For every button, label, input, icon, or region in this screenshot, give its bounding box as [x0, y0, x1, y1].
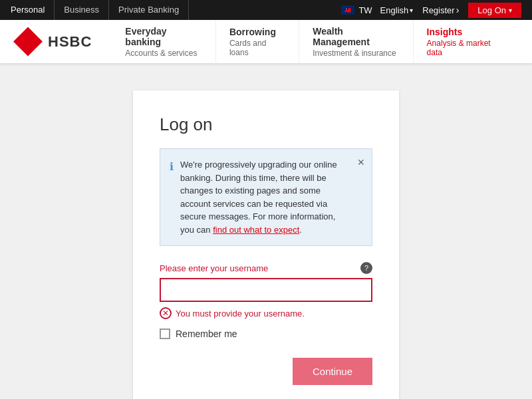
error-message: You must provide your username. — [176, 309, 305, 319]
continue-button[interactable]: Continue — [293, 358, 372, 385]
nav-items: Everyday banking Accounts & services Bor… — [112, 20, 519, 64]
nav-personal[interactable]: Personal — [11, 0, 55, 20]
login-title: Log on — [160, 114, 372, 135]
nav-item-borrowing-sub: Cards and loans — [229, 39, 285, 57]
username-label-row: Please enter your username ? — [160, 262, 372, 274]
top-nav: Personal Business Private Banking — [11, 0, 189, 20]
error-row: ✕ You must provide your username. — [160, 307, 372, 319]
country-code: TW — [358, 5, 372, 15]
nav-item-everyday-sub: Accounts & services — [125, 49, 202, 58]
nav-business[interactable]: Business — [55, 0, 109, 20]
logo[interactable]: HSBC — [13, 27, 92, 57]
username-input[interactable] — [160, 278, 372, 302]
notice-text-after: . — [299, 225, 302, 235]
login-card: Log on ℹ We're progressively upgrading o… — [133, 90, 399, 399]
flag-icon: 🇹🇼 — [341, 5, 354, 15]
notice-close-button[interactable]: ✕ — [357, 156, 365, 170]
remember-me-label[interactable]: Remember me — [176, 329, 237, 339]
nav-item-borrowing-main: Borrowing — [229, 27, 285, 37]
nav-item-insights-main: Insights — [427, 27, 505, 37]
info-icon: ℹ — [170, 159, 174, 236]
nav-private[interactable]: Private Banking — [109, 0, 189, 20]
error-icon: ✕ — [160, 307, 172, 319]
language-selector[interactable]: English — [380, 5, 414, 15]
nav-item-everyday-main: Everyday banking — [125, 26, 202, 47]
top-bar: Personal Business Private Banking 🇹🇼 TW … — [0, 0, 532, 20]
notice-box: ℹ We're progressively upgrading our onli… — [160, 148, 372, 246]
notice-text-before: We're progressively upgrading our online… — [180, 160, 337, 235]
nav-item-everyday[interactable]: Everyday banking Accounts & services — [112, 20, 216, 64]
notice-link[interactable]: find out what to expect — [213, 225, 299, 235]
help-icon[interactable]: ? — [360, 262, 372, 274]
nav-item-wealth[interactable]: Wealth Management Investment & insurance — [299, 20, 413, 64]
nav-item-borrowing[interactable]: Borrowing Cards and loans — [216, 20, 299, 64]
remember-me-checkbox[interactable] — [160, 329, 170, 339]
top-bar-right: 🇹🇼 TW English Register Log On — [341, 3, 521, 18]
nav-item-wealth-sub: Investment & insurance — [313, 49, 399, 58]
register-button[interactable]: Register — [422, 5, 459, 15]
hsbc-diamond-icon — [13, 27, 43, 57]
nav-item-insights[interactable]: Insights Analysis & market data — [414, 20, 519, 64]
main-content: Log on ℹ We're progressively upgrading o… — [0, 64, 532, 399]
nav-item-insights-sub: Analysis & market data — [427, 39, 505, 57]
remember-row: Remember me — [160, 329, 372, 339]
username-label: Please enter your username — [160, 263, 268, 273]
notice-text: We're progressively upgrading our online… — [180, 158, 348, 236]
logon-button[interactable]: Log On — [468, 3, 521, 18]
nav-item-wealth-main: Wealth Management — [313, 26, 399, 47]
nav-bar: HSBC Everyday banking Accounts & service… — [0, 20, 532, 64]
logo-text: HSBC — [48, 33, 92, 51]
continue-row: Continue — [160, 358, 372, 385]
